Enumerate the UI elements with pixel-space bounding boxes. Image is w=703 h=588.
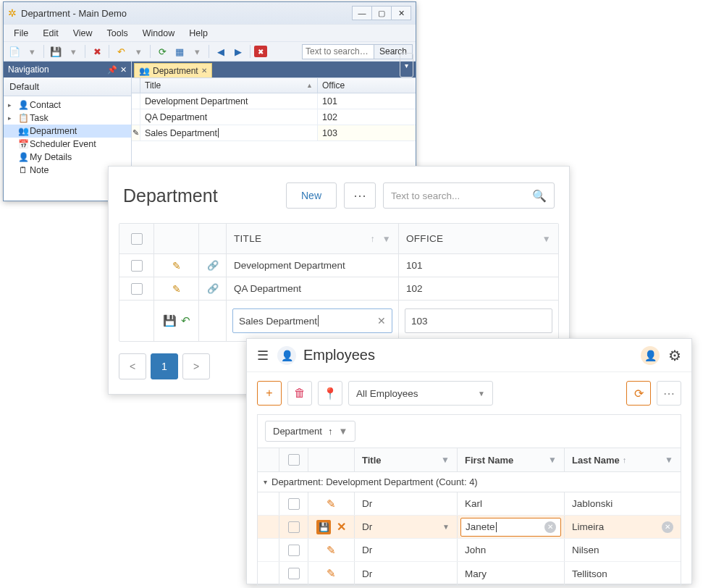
edit-icon[interactable]: ✎	[327, 497, 336, 511]
pin-button[interactable]: 📍	[318, 381, 342, 406]
link-icon[interactable]: 🔗	[207, 283, 219, 294]
menu-window[interactable]: Window	[135, 26, 182, 41]
grid-row[interactable]: ✎ Sales Department 103	[132, 125, 416, 141]
tab-close-icon[interactable]: ✕	[201, 67, 207, 75]
grid-row[interactable]: Development Department 101	[132, 93, 416, 109]
more-button[interactable]: ⋯	[657, 381, 681, 406]
grid-dd-icon[interactable]: ▾	[189, 43, 205, 59]
close-button[interactable]: ✕	[391, 6, 411, 20]
gear-icon[interactable]: ⚙	[668, 347, 681, 364]
row-checkbox[interactable]	[288, 521, 300, 533]
grid-row[interactable]: ✎ 🔗 Development Department 101	[119, 254, 558, 277]
sidebar-item-department[interactable]: 👥Department	[4, 125, 131, 138]
menu-file[interactable]: File	[7, 26, 35, 41]
refresh-icon[interactable]: ⟳	[154, 43, 170, 59]
filter-icon[interactable]: ▼	[441, 455, 450, 465]
menu-tools[interactable]: Tools	[100, 26, 135, 41]
grid-row[interactable]: ✎ Dr Karl Jablonski	[258, 492, 681, 516]
select-all-cell[interactable]	[119, 224, 154, 253]
filter-icon[interactable]: ▼	[338, 426, 348, 437]
undo-icon[interactable]: ↶	[113, 43, 129, 59]
stop-icon[interactable]: ✖	[254, 46, 267, 57]
delete-icon[interactable]: ✖	[89, 43, 105, 59]
prev-page-button[interactable]: <	[119, 353, 146, 379]
row-checkbox[interactable]	[131, 260, 143, 272]
title-input[interactable]: Sales Department✕	[232, 308, 392, 333]
filter-dropdown[interactable]: All Employees ▼	[348, 381, 493, 406]
title-bar[interactable]: ✲ Department - Main Demo — ▢ ✕	[4, 2, 416, 24]
filter-icon[interactable]: ▼	[665, 455, 673, 465]
firstname-input[interactable]: Janete✕	[460, 518, 561, 537]
grid-row[interactable]: ✎ 🔗 QA Department 102	[119, 277, 558, 301]
more-button[interactable]: ⋯	[344, 182, 376, 209]
page-1-button[interactable]: 1	[151, 353, 178, 379]
row-checkbox[interactable]	[131, 283, 143, 295]
clear-icon[interactable]: ✕	[544, 521, 556, 533]
title-cell[interactable]: Dr▼	[355, 516, 458, 538]
title-header[interactable]: Title ▼	[355, 448, 458, 471]
checkbox-icon[interactable]	[288, 454, 300, 466]
grid-row[interactable]: QA Department 102	[132, 109, 416, 125]
lastname-cell[interactable]: Limeira✕	[565, 516, 681, 538]
link-icon[interactable]: 🔗	[207, 260, 219, 271]
save-icon[interactable]: 💾	[163, 314, 177, 327]
nav-group-header[interactable]: Default	[4, 77, 131, 96]
row-checkbox[interactable]	[288, 498, 300, 510]
title-input[interactable]: Sales Department	[145, 128, 217, 138]
open-icon[interactable]: ▾	[24, 43, 40, 59]
sort-icon[interactable]: ↑	[371, 234, 375, 244]
add-button[interactable]: +	[257, 381, 282, 406]
grid-row[interactable]: ✎ Dr John Nilsen	[258, 539, 681, 562]
office-input[interactable]: 103	[405, 308, 552, 333]
edit-icon[interactable]: ✎	[172, 283, 181, 295]
collapse-icon[interactable]: ▾	[264, 478, 267, 486]
row-checkbox[interactable]	[288, 545, 300, 556]
menu-help[interactable]: Help	[182, 26, 215, 41]
col-title[interactable]: Title ▲	[140, 78, 318, 93]
clear-icon[interactable]: ✕	[377, 315, 386, 327]
edit-icon[interactable]: ✎	[327, 567, 336, 580]
new-icon[interactable]: 📄	[7, 43, 22, 59]
lastname-header[interactable]: Last Name ↑ ▼	[565, 448, 681, 471]
edit-icon[interactable]: ✎	[172, 260, 181, 272]
tab-department[interactable]: 👥 Department ✕	[134, 63, 212, 77]
select-all-cell[interactable]	[279, 448, 308, 471]
firstname-header[interactable]: First Name ▼	[458, 448, 565, 471]
menu-view[interactable]: View	[66, 26, 100, 41]
next-icon[interactable]: ▶	[230, 43, 246, 59]
menu-edit[interactable]: Edit	[35, 26, 66, 41]
sidebar-item-scheduler-event[interactable]: 📅Scheduler Event	[4, 138, 131, 151]
next-page-button[interactable]: >	[182, 353, 210, 379]
grid-row[interactable]: 💾↶ Sales Department✕ 103	[119, 301, 558, 341]
user-avatar-icon[interactable]: 👤	[641, 346, 660, 365]
title-header[interactable]: TITLE ↑ ▼	[227, 224, 399, 253]
sidebar-item-task[interactable]: ▸📋Task	[4, 112, 131, 125]
refresh-button[interactable]: ⟳	[626, 381, 651, 406]
sidebar-item-my-details[interactable]: 👤My Details	[4, 151, 131, 164]
maximize-button[interactable]: ▢	[371, 6, 392, 20]
undo-icon[interactable]: ↶	[181, 314, 190, 327]
grid-row[interactable]: 💾✕ Dr▼ Janete✕ Limeira✕	[258, 516, 681, 539]
minimize-button[interactable]: —	[352, 6, 372, 20]
save-dd-icon[interactable]: ▾	[65, 43, 81, 59]
grid-row[interactable]: ✎ Dr Mary Tellitson	[258, 562, 681, 585]
clear-icon[interactable]: ✕	[662, 521, 673, 533]
sidebar-item-contact[interactable]: ▸👤Contact	[4, 98, 131, 112]
delete-button[interactable]: 🗑	[287, 381, 312, 406]
save-icon[interactable]: 💾	[48, 43, 64, 59]
save-icon[interactable]: 💾	[316, 520, 331, 534]
search-box[interactable]: Text to search... 🔍	[383, 182, 555, 209]
filter-icon[interactable]: ▼	[382, 234, 391, 244]
hamburger-icon[interactable]: ☰	[257, 348, 269, 364]
search-input[interactable]	[302, 44, 374, 59]
edit-icon[interactable]: ✎	[327, 544, 336, 557]
tab-overflow-icon[interactable]: ▾	[400, 53, 413, 77]
close-panel-icon[interactable]: ✕	[120, 65, 127, 75]
undo-dd-icon[interactable]: ▾	[130, 43, 146, 59]
filter-icon[interactable]: ▼	[542, 234, 551, 244]
row-checkbox[interactable]	[288, 568, 300, 579]
col-office[interactable]: Office	[318, 78, 416, 93]
prev-icon[interactable]: ◀	[213, 43, 229, 59]
office-header[interactable]: OFFICE ▼	[399, 224, 558, 253]
grid-icon[interactable]: ▦	[172, 43, 188, 59]
